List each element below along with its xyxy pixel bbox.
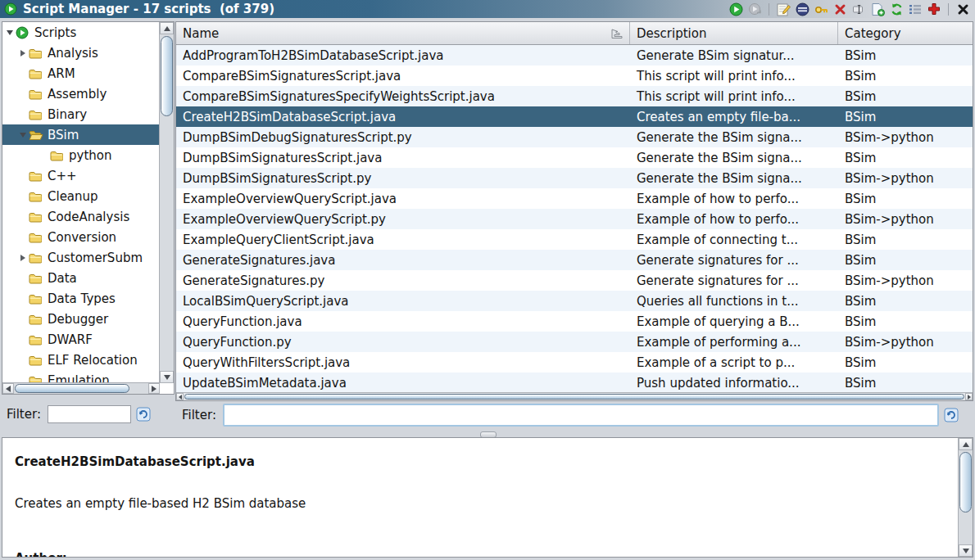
script-row[interactable]: QueryFunction.java Example of querying a… xyxy=(176,311,973,332)
tree-node[interactable]: Data Types xyxy=(2,288,160,309)
ghidra-api-help-icon[interactable] xyxy=(927,2,941,16)
script-description-cell: Generate the BSim signa... xyxy=(630,130,838,145)
column-header-description[interactable]: Description xyxy=(630,22,838,44)
table-filter-input[interactable] xyxy=(223,404,939,427)
expand-arrow[interactable] xyxy=(17,255,29,261)
script-row[interactable]: CreateH2BSimDatabaseScript.java Creates … xyxy=(176,106,973,127)
script-row[interactable]: UpdateBSimMetadata.java Push updated inf… xyxy=(176,373,973,393)
rerun-last-script-icon[interactable] xyxy=(747,2,762,16)
script-description-cell: Generate the BSim signa... xyxy=(630,151,838,165)
delete-script-icon[interactable] xyxy=(832,2,847,16)
tree-node-label: Data Types xyxy=(48,291,116,306)
script-category-cell: BSim xyxy=(838,69,973,84)
script-row[interactable]: CompareBSimSignaturesScript.java This sc… xyxy=(176,65,973,86)
new-script-icon[interactable] xyxy=(870,2,885,16)
script-name-cell: CreateH2BSimDatabaseScript.java xyxy=(176,110,630,124)
script-row[interactable]: AddProgramToH2BSimDatabaseScript.java Ge… xyxy=(176,45,973,65)
scroll-left-button[interactable] xyxy=(2,383,14,394)
script-row[interactable]: QueryFunction.py Example of performing a… xyxy=(176,332,973,352)
column-header-category[interactable]: Category xyxy=(838,22,973,44)
script-row[interactable]: LocalBSimQueryScript.java Queries all fu… xyxy=(176,291,973,311)
scroll-down-button[interactable] xyxy=(959,544,973,557)
tree-node[interactable]: ARM xyxy=(2,63,160,84)
refresh-icon[interactable] xyxy=(889,2,904,16)
script-directories-icon[interactable] xyxy=(908,2,923,16)
script-row[interactable]: GenerateSignatures.py Generate signature… xyxy=(176,270,973,291)
script-name-cell: DumpBSimSignaturesScript.py xyxy=(176,171,630,186)
script-row[interactable]: DumpBSimSignaturesScript.java Generate t… xyxy=(176,147,973,168)
scroll-up-button[interactable] xyxy=(160,22,174,34)
tree-node[interactable]: Emulation xyxy=(2,370,160,383)
rename-script-icon[interactable] xyxy=(851,2,866,16)
scroll-up-button[interactable] xyxy=(959,438,973,450)
script-row[interactable]: DumpBSimDebugSignaturesScript.py Generat… xyxy=(176,127,973,147)
tree-node[interactable]: Binary xyxy=(2,104,160,124)
expand-arrow[interactable] xyxy=(4,30,16,35)
script-description-cell: This script will print info... xyxy=(630,89,838,104)
script-row[interactable]: QueryWithFiltersScript.java Example of a… xyxy=(176,352,973,373)
expand-arrow[interactable] xyxy=(17,50,29,56)
table-hscroll-thumb[interactable] xyxy=(184,394,964,400)
expand-arrow[interactable] xyxy=(17,133,29,138)
tree-node[interactable]: python xyxy=(2,145,160,165)
script-row[interactable]: DumpBSimSignaturesScript.py Generate the… xyxy=(176,168,973,188)
script-description-cell: Example of performing a... xyxy=(630,335,838,350)
tree-node[interactable]: Scripts xyxy=(2,22,160,43)
tree-node-label: CustomerSubm xyxy=(48,251,143,265)
tree-node-label: C++ xyxy=(48,169,77,183)
script-category-cell: BSim xyxy=(838,151,973,165)
script-category-cell: BSim xyxy=(838,89,973,104)
script-category-cell: BSim->python xyxy=(838,273,973,288)
tree-node[interactable]: Conversion xyxy=(2,227,160,247)
tree-filter-bar: Filter: xyxy=(2,398,175,431)
details-script-description: Creates an empty file-based H2 BSim data… xyxy=(15,496,959,511)
tree-node-label: ELF Relocation xyxy=(48,353,138,368)
script-name-cell: DumpBSimDebugSignaturesScript.py xyxy=(176,130,630,145)
column-header-name[interactable]: Name xyxy=(176,22,630,44)
tree-node[interactable]: ELF Relocation xyxy=(2,350,160,370)
tree-vscroll-thumb[interactable] xyxy=(161,36,173,116)
edit-script-icon[interactable] xyxy=(776,2,791,16)
tree-node[interactable]: Data xyxy=(2,268,160,288)
eclipse-icon[interactable] xyxy=(795,2,809,16)
script-row[interactable]: ExampleOverviewQueryScript.java Example … xyxy=(176,188,973,209)
tree-node-label: CodeAnalysis xyxy=(48,210,129,224)
script-row[interactable]: CompareBSimSignaturesSpecifyWeightsScrip… xyxy=(176,86,973,106)
tree-node[interactable]: C++ xyxy=(2,165,160,186)
script-name-cell: UpdateBSimMetadata.java xyxy=(176,376,630,391)
tree-node[interactable]: Assembly xyxy=(2,84,160,104)
filter-options-icon[interactable] xyxy=(136,407,151,422)
tree-node[interactable]: Analysis xyxy=(2,43,160,63)
folder-icon xyxy=(29,108,43,121)
tree-horizontal-scrollbar[interactable] xyxy=(2,382,160,394)
filter-options-icon[interactable] xyxy=(944,408,959,422)
scroll-down-button[interactable] xyxy=(160,371,174,383)
tree-node[interactable]: BSim xyxy=(2,124,160,145)
script-description-cell: Example of how to perfo... xyxy=(630,212,838,227)
tree-node-label: Scripts xyxy=(34,25,76,40)
script-name-cell: CompareBSimSignaturesScript.java xyxy=(176,69,630,84)
tree-node[interactable]: Cleanup xyxy=(2,186,160,206)
tree-node[interactable]: DWARF xyxy=(2,329,160,350)
details-vertical-scrollbar[interactable] xyxy=(958,438,973,557)
script-name-cell: QueryWithFiltersScript.java xyxy=(176,355,630,370)
script-row[interactable]: ExampleOverviewQueryScript.py Example of… xyxy=(176,209,973,229)
details-vscroll-thumb[interactable] xyxy=(959,452,972,513)
script-name-cell: CompareBSimSignaturesSpecifyWeightsScrip… xyxy=(176,89,630,104)
tree-node[interactable]: CustomerSubm xyxy=(2,247,160,268)
tree-filter-input[interactable] xyxy=(48,405,131,423)
title-bar[interactable]: Script Manager - 17 scripts (of 379) xyxy=(0,0,975,18)
tree-vertical-scrollbar[interactable] xyxy=(159,22,174,383)
tree-node-label: Debugger xyxy=(48,312,108,327)
tree-hscroll-thumb[interactable] xyxy=(15,384,129,393)
tree-filter-label: Filter: xyxy=(7,407,41,422)
scroll-right-button[interactable] xyxy=(148,383,160,394)
tree-node[interactable]: CodeAnalysis xyxy=(2,206,160,227)
script-row[interactable]: GenerateSignatures.java Generate signatu… xyxy=(176,250,973,270)
intellij-key-icon[interactable] xyxy=(814,2,828,16)
tree-node-label: Binary xyxy=(48,107,87,122)
close-window-icon[interactable] xyxy=(955,2,970,16)
tree-node[interactable]: Debugger xyxy=(2,309,160,329)
script-row[interactable]: ExampleQueryClientScript.java Example of… xyxy=(176,229,973,250)
run-script-icon[interactable] xyxy=(728,2,743,16)
